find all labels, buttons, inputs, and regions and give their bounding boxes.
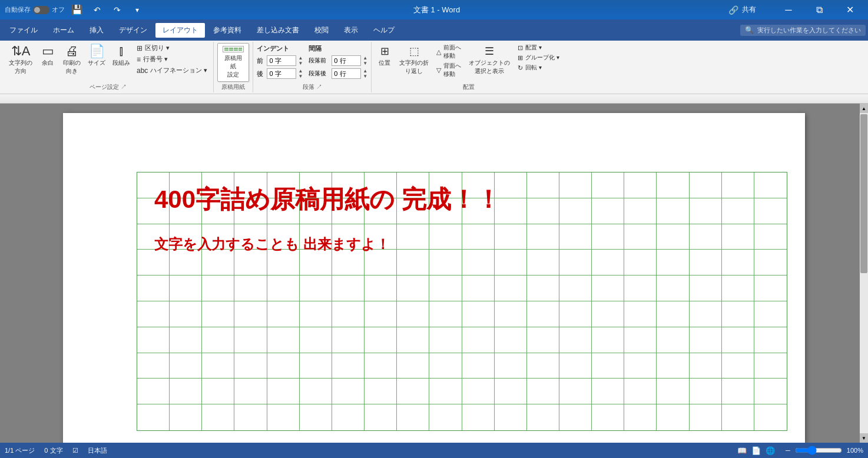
manuscript-cell bbox=[234, 172, 267, 198]
manuscript-cell bbox=[267, 404, 300, 430]
position-button[interactable]: ⊞ 位置 bbox=[375, 43, 394, 69]
read-mode-icon[interactable]: 📖 bbox=[737, 446, 747, 455]
size-button[interactable]: 📄 サイズ bbox=[85, 43, 108, 69]
page-scroll-area[interactable]: 400字詰め原稿用紙の 完成！！ 文字を入力することも 出来ますよ！ bbox=[0, 104, 868, 443]
spacing-after-up[interactable]: ▲ bbox=[363, 68, 367, 74]
undo-button[interactable]: ↶ bbox=[90, 2, 105, 18]
hyphenation-button[interactable]: abc ハイフネーション ▾ bbox=[134, 65, 210, 75]
language[interactable]: 日本語 bbox=[88, 446, 107, 455]
manuscript-cell bbox=[690, 301, 722, 327]
customize-qs-button[interactable]: ▾ bbox=[130, 2, 145, 18]
web-layout-icon[interactable]: 🌐 bbox=[766, 446, 775, 455]
manuscript-cell bbox=[234, 327, 267, 353]
close-button[interactable]: ✕ bbox=[836, 0, 863, 19]
genkouyoshi-settings-button[interactable]: 原稿用紙設定 bbox=[217, 43, 249, 82]
manuscript-cell bbox=[202, 276, 234, 301]
indent-after-row: 後 ▲ ▼ bbox=[257, 68, 303, 79]
manuscript-cell bbox=[754, 404, 787, 430]
manuscript-cell bbox=[267, 172, 300, 198]
spelling-icon[interactable]: ☑ bbox=[72, 447, 78, 454]
orientation-button[interactable]: 🖨 印刷の向き bbox=[60, 43, 84, 77]
wrap-text-button[interactable]: ⬚ 文字列の折り返し bbox=[396, 43, 432, 77]
rotate-button[interactable]: ↻ 回転 ▾ bbox=[515, 63, 562, 72]
spacing-before-down[interactable]: ▼ bbox=[363, 61, 367, 66]
text-direction-button[interactable]: ⇅A 文字列の方向 bbox=[6, 43, 35, 77]
scroll-thumb[interactable] bbox=[860, 114, 867, 273]
paragraph-expand-icon[interactable]: ↗ bbox=[316, 84, 322, 90]
menu-references[interactable]: 参考資料 bbox=[206, 23, 249, 38]
word-count[interactable]: 0 文字 bbox=[44, 446, 62, 455]
selection-pane-button[interactable]: ☰ オブジェクトの選択と表示 bbox=[466, 43, 513, 77]
zoom-level[interactable]: 100% bbox=[847, 447, 863, 454]
manuscript-cell bbox=[397, 198, 429, 224]
page-setup-expand-icon[interactable]: ↗ bbox=[121, 84, 127, 90]
vertical-scrollbar[interactable]: ▲ ▼ bbox=[860, 104, 868, 443]
page-info[interactable]: 1/1 ページ bbox=[5, 446, 35, 455]
menu-insert[interactable]: 挿入 bbox=[82, 23, 111, 38]
align-button[interactable]: ⊡ 配置 ▾ bbox=[515, 43, 562, 52]
redo-button[interactable]: ↷ bbox=[110, 2, 125, 18]
menu-home[interactable]: ホーム bbox=[46, 23, 81, 38]
indent-after-input[interactable] bbox=[267, 68, 296, 79]
genkouyoshi-label: 原稿用紙設定 bbox=[223, 54, 244, 79]
line-numbers-button[interactable]: ≡ 行番号 ▾ bbox=[134, 54, 210, 64]
manuscript-cell bbox=[754, 301, 787, 327]
manuscript-cell bbox=[657, 379, 689, 404]
manuscript-cell bbox=[137, 224, 170, 250]
indent-before-up[interactable]: ▲ bbox=[298, 55, 303, 61]
ribbon-content: ⇅A 文字列の方向 ▭ 余白 🖨 印刷の向き 📄 サイズ bbox=[0, 41, 868, 94]
menu-help[interactable]: ヘルプ bbox=[366, 23, 402, 38]
scroll-down-arrow[interactable]: ▼ bbox=[860, 433, 868, 443]
manuscript-cell bbox=[234, 276, 267, 301]
manuscript-cell bbox=[527, 379, 559, 404]
manuscript-cell bbox=[722, 379, 754, 404]
indent-after-up[interactable]: ▲ bbox=[298, 68, 303, 74]
send-backward-button[interactable]: ▽ 背面へ移動 bbox=[434, 61, 463, 79]
zoom-slider[interactable] bbox=[795, 446, 842, 455]
align-label: 配置 ▾ bbox=[525, 44, 542, 52]
manuscript-cell bbox=[495, 172, 527, 198]
spacing-before-input[interactable] bbox=[332, 55, 361, 66]
spacing-after-input[interactable] bbox=[332, 68, 361, 79]
margins-button[interactable]: ▭ 余白 bbox=[37, 43, 59, 69]
breaks-button[interactable]: ⊞ 区切り ▾ bbox=[134, 43, 210, 53]
manuscript-cell bbox=[592, 301, 624, 327]
restore-button[interactable]: ⧉ bbox=[806, 0, 833, 19]
scroll-up-arrow[interactable]: ▲ bbox=[860, 104, 868, 113]
manuscript-cell bbox=[559, 198, 592, 224]
manuscript-cell bbox=[365, 404, 397, 430]
manuscript-cell bbox=[234, 379, 267, 404]
menu-view[interactable]: 表示 bbox=[337, 23, 365, 38]
manuscript-cell bbox=[170, 327, 202, 353]
manuscript-cell bbox=[495, 327, 527, 353]
menu-mailings[interactable]: 差し込み文書 bbox=[250, 23, 306, 38]
menu-layout[interactable]: レイアウト bbox=[155, 23, 205, 38]
minimize-button[interactable]: ─ bbox=[775, 0, 802, 19]
bring-forward-button[interactable]: △ 前面へ移動 bbox=[434, 43, 463, 61]
manuscript-cell bbox=[137, 379, 170, 404]
manuscript-cell bbox=[657, 224, 689, 250]
indent-after-down[interactable]: ▼ bbox=[298, 74, 303, 79]
spacing-after-row: 段落後 ▲ ▼ bbox=[309, 68, 367, 79]
manuscript-cell bbox=[202, 353, 234, 379]
spacing-after-down[interactable]: ▼ bbox=[363, 74, 367, 79]
manuscript-cell bbox=[234, 301, 267, 327]
manuscript-cell bbox=[332, 250, 365, 276]
menu-file[interactable]: ファイル bbox=[2, 23, 45, 38]
group-button[interactable]: ⊞ グループ化 ▾ bbox=[515, 53, 562, 62]
indent-before-down[interactable]: ▼ bbox=[298, 61, 303, 66]
search-box[interactable]: 🔍 実行したい作業を入力してください bbox=[740, 25, 866, 36]
columns-button[interactable]: ⫿ 段組み bbox=[110, 43, 133, 69]
save-button[interactable]: 💾 bbox=[69, 2, 85, 18]
manuscript-cell bbox=[559, 172, 592, 198]
spacing-before-up[interactable]: ▲ bbox=[363, 55, 367, 61]
share-label[interactable]: 共有 bbox=[742, 5, 756, 15]
print-layout-icon[interactable]: 📄 bbox=[751, 446, 761, 455]
manuscript-cell bbox=[234, 404, 267, 430]
menu-design[interactable]: デザイン bbox=[112, 23, 154, 38]
indent-before-input[interactable] bbox=[267, 55, 296, 66]
manuscript-cell bbox=[754, 353, 787, 379]
menu-review[interactable]: 校閲 bbox=[307, 23, 336, 38]
arrange-group: ⊞ 位置 ⬚ 文字列の折り返し △ 前面へ移動 ▽ bbox=[372, 42, 565, 92]
autosave-toggle[interactable] bbox=[33, 6, 49, 14]
